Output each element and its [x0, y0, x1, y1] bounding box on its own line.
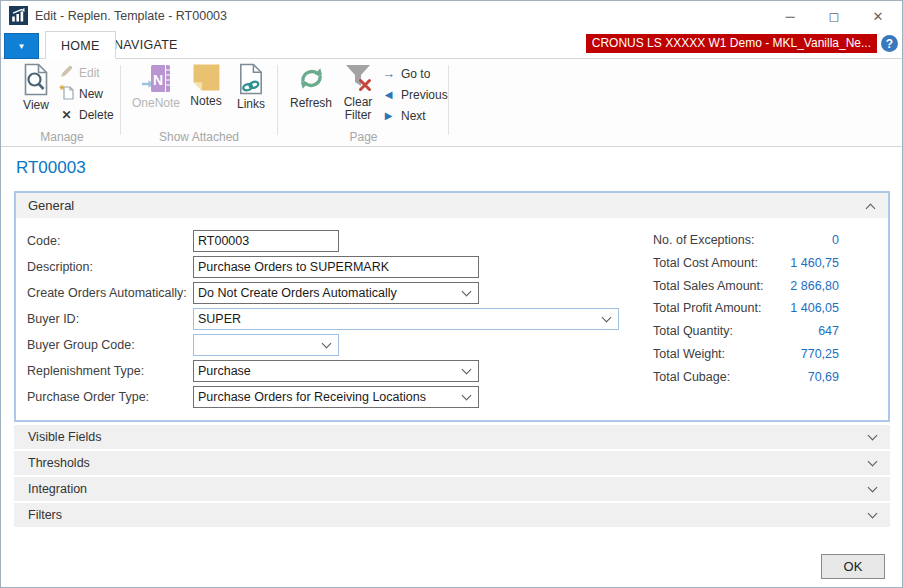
general-fasttab-body: Code: Description: Create Orders Automat…	[16, 218, 888, 420]
links-label: Links	[237, 98, 265, 111]
total-profit-amount-value[interactable]: 1 406,05	[790, 301, 839, 315]
goto-button[interactable]: → Go to	[381, 65, 430, 82]
notes-label: Notes	[190, 95, 221, 108]
section-visible-fields[interactable]: Visible Fields	[14, 425, 890, 449]
page-title: RT00003	[16, 158, 86, 178]
ribbon-tabstrip: ▼ HOME NAVIGATE CRONUS LS XXXXX W1 Demo …	[1, 31, 902, 59]
clear-filter-funnel-icon	[343, 63, 373, 93]
show-attached-group-label: Show Attached	[125, 130, 273, 144]
general-fasttab-header[interactable]: General	[16, 193, 888, 218]
collapse-chevron-icon[interactable]	[866, 204, 876, 214]
delete-label: Delete	[79, 108, 114, 122]
filters-label: Filters	[28, 508, 62, 522]
page-group-label: Page	[286, 130, 441, 144]
purchase-order-type-value: Purchase Orders for Receiving Locations	[198, 390, 426, 404]
chevron-down-icon	[868, 431, 878, 441]
total-row: Total Sales Amount: 2 866,80	[653, 277, 839, 295]
total-sales-amount-label: Total Sales Amount:	[653, 279, 763, 293]
edit-label: Edit	[79, 66, 100, 80]
buyer-group-code-select[interactable]	[193, 334, 339, 356]
delete-button[interactable]: ✕ Delete	[59, 106, 114, 123]
app-chart-icon	[9, 6, 28, 25]
group-divider	[448, 65, 449, 135]
app-window: Edit - Replen. Template - RT00003 ─ ◻ ✕ …	[0, 0, 903, 588]
group-divider	[277, 65, 278, 135]
refresh-icon	[296, 63, 327, 94]
ok-button[interactable]: OK	[821, 554, 885, 579]
onenote-icon: N	[141, 63, 172, 94]
app-menu-caret-icon: ▼	[18, 42, 26, 51]
previous-label: Previous	[401, 88, 448, 102]
previous-button[interactable]: ◀ Previous	[381, 86, 448, 103]
visible-fields-label: Visible Fields	[28, 430, 101, 444]
goto-arrow-icon: →	[381, 66, 396, 81]
integration-label: Integration	[28, 482, 87, 496]
buyer-group-code-label: Buyer Group Code:	[27, 338, 193, 352]
next-triangle-icon: ▶	[381, 110, 396, 121]
buyer-id-label: Buyer ID:	[27, 312, 193, 326]
chevron-down-icon	[602, 313, 612, 323]
goto-label: Go to	[401, 67, 430, 81]
next-label: Next	[401, 109, 426, 123]
manage-group-label: Manage	[11, 130, 113, 144]
edit-button: Edit	[59, 64, 100, 81]
total-cubage-value[interactable]: 70,69	[808, 370, 839, 384]
onenote-label: OneNote	[132, 97, 180, 110]
total-quantity-value[interactable]: 647	[818, 324, 839, 338]
description-label: Description:	[27, 260, 193, 274]
chevron-down-icon	[462, 365, 472, 375]
refresh-button[interactable]: Refresh	[286, 63, 336, 110]
replenishment-type-value: Purchase	[198, 364, 251, 378]
chevron-down-icon	[322, 339, 332, 349]
purchase-order-type-label: Purchase Order Type:	[27, 390, 193, 404]
section-thresholds[interactable]: Thresholds	[14, 451, 890, 475]
total-profit-amount-label: Total Profit Amount:	[653, 301, 761, 315]
view-label: View	[23, 99, 49, 112]
notes-sticky-icon	[192, 63, 221, 92]
ribbon: View Edit New ✕ Delete Manage	[1, 59, 902, 147]
new-page-icon	[59, 84, 74, 103]
delete-x-icon: ✕	[59, 108, 74, 122]
purchase-order-type-select[interactable]: Purchase Orders for Receiving Locations	[193, 386, 479, 408]
clear-filter-button[interactable]: Clear Filter	[336, 63, 380, 122]
next-button[interactable]: ▶ Next	[381, 107, 426, 124]
section-filters[interactable]: Filters	[14, 503, 890, 527]
chevron-down-icon	[462, 287, 472, 297]
total-weight-label: Total Weight:	[653, 347, 725, 361]
svg-text:N: N	[153, 72, 163, 88]
minimize-icon[interactable]: ─	[768, 1, 812, 31]
clear-filter-label-line2: Filter	[345, 108, 372, 122]
code-label: Code:	[27, 234, 193, 248]
close-icon[interactable]: ✕	[856, 1, 900, 31]
total-cost-amount-value[interactable]: 1 460,75	[790, 256, 839, 270]
total-weight-value[interactable]: 770,25	[801, 347, 839, 361]
no-of-exceptions-value[interactable]: 0	[832, 233, 839, 247]
title-bar: Edit - Replen. Template - RT00003 ─ ◻ ✕	[1, 1, 902, 31]
help-icon[interactable]: ?	[881, 35, 898, 52]
total-row: Total Profit Amount: 1 406,05	[653, 299, 839, 317]
code-input[interactable]	[193, 230, 339, 252]
general-header-label: General	[28, 198, 74, 213]
notes-button[interactable]: Notes	[184, 63, 228, 108]
links-button[interactable]: Links	[229, 63, 273, 111]
total-sales-amount-value[interactable]: 2 866,80	[790, 279, 839, 293]
replenishment-type-select[interactable]: Purchase	[193, 360, 479, 382]
tab-home[interactable]: HOME	[45, 31, 116, 59]
app-menu-button[interactable]: ▼	[4, 33, 39, 59]
links-icon	[238, 63, 264, 95]
new-button[interactable]: New	[59, 85, 103, 102]
company-badge[interactable]: CRONUS LS XXXXX W1 Demo - MKL_Vanilla_Ne…	[586, 34, 877, 53]
description-input[interactable]	[193, 256, 479, 278]
general-fasttab: General Code: Description: Create Orders…	[14, 191, 890, 422]
chevron-down-icon	[868, 457, 878, 467]
onenote-button: N OneNote	[128, 63, 184, 110]
total-row: Total Quantity: 647	[653, 322, 839, 340]
maximize-icon[interactable]: ◻	[812, 1, 856, 31]
create-orders-automatically-select[interactable]: Do Not Create Orders Automatically	[193, 282, 479, 304]
section-integration[interactable]: Integration	[14, 477, 890, 501]
replenishment-type-label: Replenishment Type:	[27, 364, 193, 378]
buyer-id-select[interactable]: SUPER	[193, 308, 619, 330]
total-cost-amount-label: Total Cost Amount:	[653, 256, 758, 270]
group-divider	[120, 65, 121, 135]
view-button[interactable]: View	[13, 63, 59, 112]
